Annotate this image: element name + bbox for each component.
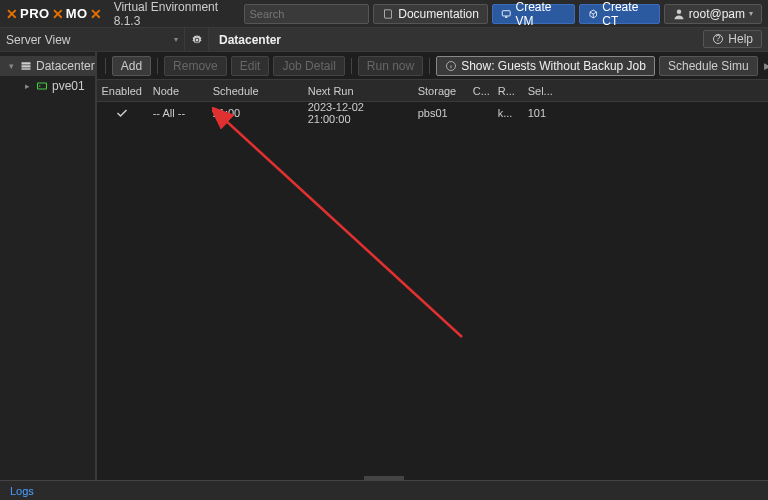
remove-button[interactable]: Remove: [164, 56, 227, 76]
logo-text-b: MO: [66, 6, 88, 21]
global-search[interactable]: [244, 4, 369, 24]
tree-settings-button[interactable]: [185, 28, 209, 51]
book-icon: [382, 8, 394, 20]
edit-button[interactable]: Edit: [231, 56, 270, 76]
cell-node: -- All --: [147, 107, 207, 119]
table-row[interactable]: -- All -- 21:00 2023-12-02 21:00:00 pbs0…: [97, 102, 768, 124]
logo-x-icon: ✕: [6, 6, 18, 22]
content-pane: Add Remove Edit Job Detail Run now Show:…: [97, 52, 768, 480]
cell-nextrun: 2023-12-02 21:00:00: [302, 101, 412, 125]
chevron-down-icon: ▾: [174, 35, 178, 44]
cell-retention: k...: [492, 107, 522, 119]
col-storage[interactable]: Storage: [412, 85, 467, 97]
svg-line-41: [224, 119, 462, 337]
col-schedule[interactable]: Schedule: [207, 85, 302, 97]
cell-enabled: [97, 108, 147, 118]
search-input[interactable]: [249, 8, 364, 20]
gear-icon: [191, 34, 203, 46]
svg-point-9: [39, 85, 41, 87]
view-mode-select[interactable]: Server View ▾: [0, 28, 185, 51]
logo-x-icon: ✕: [52, 6, 64, 22]
svg-rect-5: [22, 62, 31, 64]
scroll-right-icon[interactable]: ▶: [764, 61, 768, 71]
show-missing-backup-button[interactable]: Show: Guests Without Backup Job: [436, 56, 655, 76]
svg-rect-0: [502, 10, 510, 15]
user-icon: [673, 8, 685, 20]
cell-schedule: 21:00: [207, 107, 302, 119]
annotation-arrow-icon: [212, 107, 472, 347]
schedule-simulator-button[interactable]: Schedule Simu: [659, 56, 758, 76]
user-menu[interactable]: root@pam ▾: [664, 4, 762, 24]
create-vm-button[interactable]: Create VM: [492, 4, 575, 24]
help-button[interactable]: ? Help: [703, 30, 762, 48]
cell-selection: 101: [522, 107, 552, 119]
svg-rect-6: [22, 65, 31, 67]
col-comment[interactable]: C...: [467, 85, 492, 97]
resource-tree: ▾ Datacenter ▸ pve01: [0, 52, 96, 480]
logo-x-icon: ✕: [90, 6, 102, 22]
tree-node-pve01[interactable]: ▸ pve01: [0, 76, 95, 96]
expand-icon[interactable]: ▸: [22, 81, 32, 91]
job-detail-button[interactable]: Job Detail: [273, 56, 344, 76]
breadcrumb: Datacenter: [209, 28, 697, 51]
svg-point-2: [195, 38, 198, 41]
server-icon: [36, 80, 48, 92]
datacenter-icon: [20, 60, 32, 72]
svg-text:?: ?: [716, 33, 721, 43]
collapse-icon[interactable]: ▾: [6, 61, 16, 71]
logo-text-a: PRO: [20, 6, 50, 21]
create-ct-button[interactable]: Create CT: [579, 4, 660, 24]
logs-link[interactable]: Logs: [10, 485, 34, 497]
svg-rect-8: [38, 83, 47, 89]
svg-rect-7: [22, 68, 31, 70]
log-panel[interactable]: Logs: [0, 480, 768, 500]
tree-datacenter[interactable]: ▾ Datacenter: [0, 56, 95, 76]
chevron-down-icon: ▾: [749, 9, 753, 18]
table-header: Enabled Node Schedule Next Run Storage C…: [97, 80, 768, 102]
env-version: Virtual Environment 8.1.3: [114, 0, 233, 28]
run-now-button[interactable]: Run now: [358, 56, 423, 76]
cell-storage: pbs01: [412, 107, 467, 119]
col-node[interactable]: Node: [147, 85, 207, 97]
cube-icon: [588, 8, 599, 20]
documentation-button[interactable]: Documentation: [373, 4, 488, 24]
add-button[interactable]: Add: [112, 56, 151, 76]
monitor-icon: [501, 8, 512, 20]
top-bar: ✕ PRO ✕ MO ✕ Virtual Environment 8.1.3 D…: [0, 0, 768, 28]
col-retention[interactable]: R...: [492, 85, 522, 97]
help-icon: ?: [712, 33, 724, 45]
col-selection[interactable]: Sel...: [522, 85, 552, 97]
view-bar: Server View ▾ Datacenter ? Help: [0, 28, 768, 52]
svg-point-1: [677, 9, 682, 14]
check-icon: [116, 108, 128, 118]
logo: ✕ PRO ✕ MO ✕: [6, 6, 102, 22]
col-nextrun[interactable]: Next Run: [302, 85, 412, 97]
col-enabled[interactable]: Enabled: [97, 85, 147, 97]
backup-toolbar: Add Remove Edit Job Detail Run now Show:…: [97, 52, 768, 80]
info-icon: [445, 60, 457, 72]
